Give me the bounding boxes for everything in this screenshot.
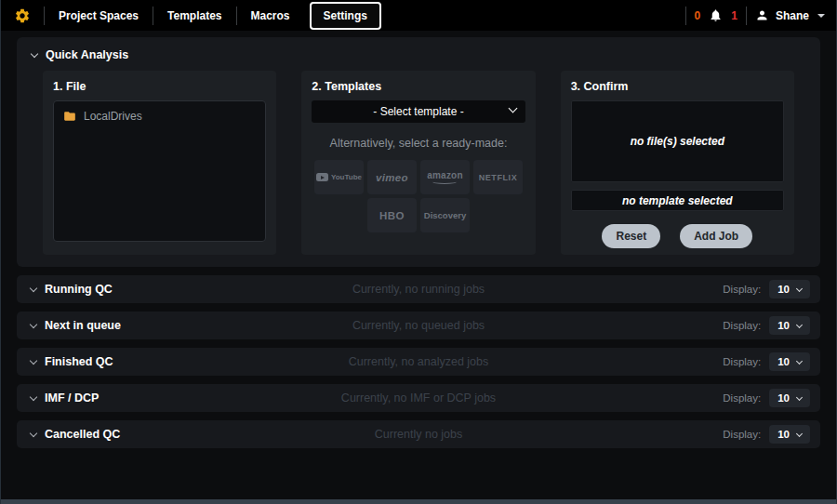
nav-macros[interactable]: Macros xyxy=(237,9,304,22)
display-count-value: 10 xyxy=(777,284,790,295)
chevron-down-icon xyxy=(796,285,803,291)
display-label: Display: xyxy=(723,356,761,367)
section-cancelled-qc: Cancelled QC Currently no jobs Display: … xyxy=(17,420,820,448)
top-navbar: Project Spaces Templates Macros Settings… xyxy=(1,0,836,31)
display-count-select[interactable]: 10 xyxy=(769,280,810,298)
no-template-text: no template selected xyxy=(622,194,733,207)
file-panel: 1. File LocalDrives xyxy=(43,71,276,255)
divider xyxy=(685,7,686,25)
amazon-logo-icon: amazon xyxy=(427,170,462,184)
netflix-logo-icon: NETFLIX xyxy=(479,173,518,182)
section-next-in-queue-toggle[interactable]: Next in queue xyxy=(27,319,121,332)
display-count-select[interactable]: 10 xyxy=(769,389,810,407)
section-title: Running QC xyxy=(45,283,113,296)
section-finished-qc: Finished QC Currently, no analyzed jobs … xyxy=(17,348,820,376)
quick-analysis-title: Quick Analysis xyxy=(46,48,128,61)
chevron-down-icon xyxy=(796,357,803,364)
section-next-in-queue: Next in queue Currently, no queued jobs … xyxy=(17,312,820,339)
discovery-logo-icon: Discovery xyxy=(424,210,466,220)
chevron-down-icon xyxy=(796,430,803,436)
quick-analysis-header[interactable]: Quick Analysis xyxy=(28,46,809,71)
section-status-text: Currently no jobs xyxy=(17,428,820,441)
chevron-down-icon xyxy=(30,392,37,400)
chevron-down-icon xyxy=(31,49,38,57)
display-count-value: 10 xyxy=(777,429,790,440)
section-title: IMF / DCP xyxy=(45,391,99,405)
section-title: Cancelled QC xyxy=(45,428,120,441)
section-running-qc-toggle[interactable]: Running QC xyxy=(27,283,113,296)
display-label: Display: xyxy=(723,392,761,404)
divider xyxy=(746,7,747,25)
main-content: Quick Analysis 1. File LocalDrives 2. Te… xyxy=(1,31,836,448)
display-count-value: 10 xyxy=(777,392,790,404)
chevron-down-icon xyxy=(30,356,37,364)
templates-panel-title: 2. Templates xyxy=(312,80,525,93)
templates-panel: 2. Templates - Select template - Alterna… xyxy=(301,71,535,255)
display-label: Display: xyxy=(723,320,761,331)
section-finished-qc-toggle[interactable]: Finished QC xyxy=(27,355,113,368)
play-icon xyxy=(316,173,328,181)
display-count-value: 10 xyxy=(777,356,790,367)
selected-files-box: no file(s) selected xyxy=(571,100,784,182)
file-tree: LocalDrives xyxy=(53,100,266,242)
nav-project-spaces[interactable]: Project Spaces xyxy=(45,9,153,22)
display-count-select[interactable]: 10 xyxy=(769,425,810,444)
brand-youtube-button[interactable]: YouTube xyxy=(314,160,364,194)
window-bottom-edge xyxy=(1,499,836,504)
brand-discovery-button[interactable]: Discovery xyxy=(420,198,470,232)
section-running-qc: Running QC Currently, no running jobs Di… xyxy=(17,275,820,303)
section-status-text: Currently, no queued jobs xyxy=(17,319,820,332)
section-cancelled-qc-toggle[interactable]: Cancelled QC xyxy=(27,428,120,441)
display-count-select[interactable]: 10 xyxy=(769,352,810,371)
user-name: Shane xyxy=(776,9,809,22)
confirm-panel: 3. Confirm no file(s) selected no templa… xyxy=(561,71,794,255)
display-label: Display: xyxy=(723,429,761,440)
brand-netflix-button[interactable]: NETFLIX xyxy=(473,160,523,194)
chevron-down-icon xyxy=(796,393,803,400)
template-select-value: - Select template - xyxy=(373,105,463,118)
reset-button[interactable]: Reset xyxy=(602,224,660,248)
bell-icon[interactable] xyxy=(709,8,723,22)
amazon-smile-icon xyxy=(432,179,457,184)
section-imf-dcp: IMF / DCP Currently, no IMF or DCP jobs … xyxy=(17,384,820,412)
chevron-down-icon xyxy=(796,321,803,327)
chevron-down-icon xyxy=(30,429,37,436)
chevron-down-icon xyxy=(30,320,37,327)
user-menu[interactable]: Shane xyxy=(755,8,825,22)
brand-amazon-button[interactable]: amazon xyxy=(420,160,470,194)
youtube-logo-icon: YouTube xyxy=(316,173,362,181)
section-imf-dcp-toggle[interactable]: IMF / DCP xyxy=(27,391,99,405)
warning-count-badge: 0 xyxy=(695,9,701,22)
nav-templates[interactable]: Templates xyxy=(153,9,235,22)
display-label: Display: xyxy=(723,284,761,295)
error-count-badge: 1 xyxy=(731,9,737,22)
template-select[interactable]: - Select template - xyxy=(312,100,525,123)
folder-icon xyxy=(63,110,76,123)
section-status-text: Currently, no running jobs xyxy=(17,283,820,296)
add-job-button[interactable]: Add Job xyxy=(680,224,752,248)
caret-down-icon xyxy=(817,14,825,18)
chevron-down-icon xyxy=(508,104,517,113)
display-count-select[interactable]: 10 xyxy=(769,316,810,335)
nav-settings[interactable]: Settings xyxy=(310,2,381,30)
brand-hbo-button[interactable]: HBO xyxy=(367,198,417,232)
hbo-logo-icon: HBO xyxy=(379,210,405,221)
user-icon xyxy=(755,8,769,22)
section-status-text: Currently, no analyzed jobs xyxy=(17,355,820,368)
selected-template-box: no template selected xyxy=(571,190,784,211)
section-title: Finished QC xyxy=(45,355,113,368)
tree-item-localdrives[interactable]: LocalDrives xyxy=(63,110,256,123)
app-logo[interactable] xyxy=(1,7,44,24)
display-count-value: 10 xyxy=(777,320,790,331)
confirm-panel-title: 3. Confirm xyxy=(571,80,784,93)
section-title: Next in queue xyxy=(45,319,121,332)
no-files-text: no file(s) selected xyxy=(631,135,724,148)
file-panel-title: 1. File xyxy=(53,80,266,93)
gear-logo-icon xyxy=(14,7,31,24)
brand-vimeo-button[interactable]: vimeo xyxy=(367,160,417,194)
tree-item-label: LocalDrives xyxy=(84,110,142,123)
ready-made-label: Alternatively, select a ready-made: xyxy=(312,137,525,150)
quick-analysis-card: Quick Analysis 1. File LocalDrives 2. Te… xyxy=(17,37,820,267)
section-status-text: Currently, no IMF or DCP jobs xyxy=(17,391,820,405)
vimeo-logo-icon: vimeo xyxy=(376,172,408,183)
